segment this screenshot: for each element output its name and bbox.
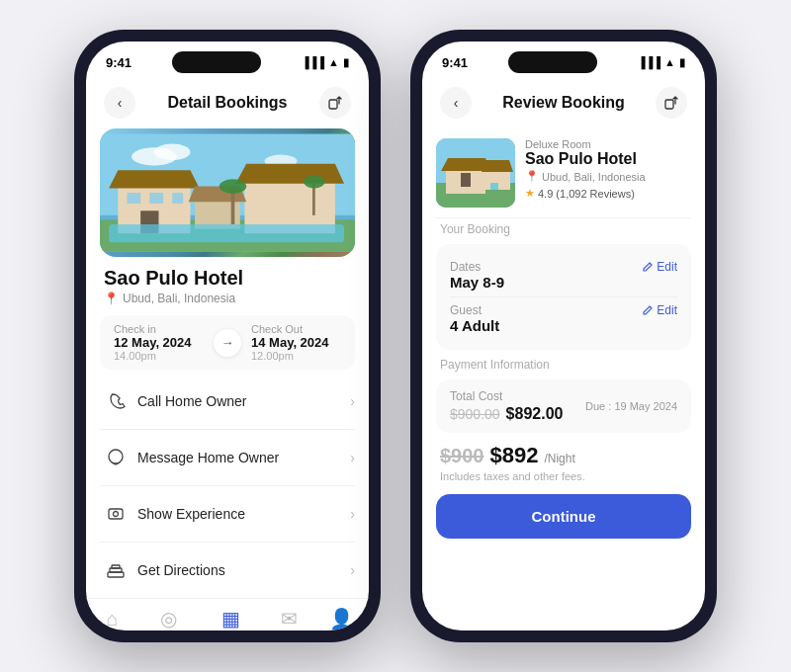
header-1: ‹ Detail Bookings bbox=[86, 77, 369, 128]
hotel-info-1: Sao Pulo Hotel 📍 Ubud, Bali, Indonesia bbox=[86, 257, 369, 311]
directions-icon bbox=[100, 554, 132, 586]
booking-thumbnail bbox=[436, 138, 515, 208]
inbox-icon: ✉ bbox=[281, 607, 298, 630]
payment-info-label: Payment Information bbox=[422, 354, 705, 376]
bottom-nav-1: ⌂ Home ◎ Explore ▦ Bookings ✉ Inbox 👤 Pr… bbox=[86, 598, 369, 630]
wifi-icon: ▲ bbox=[328, 56, 339, 68]
experience-icon bbox=[100, 498, 132, 530]
price-big-old: $900 bbox=[440, 445, 484, 467]
nav-bookings[interactable]: ▦ Bookings bbox=[211, 607, 251, 630]
chevron-icon-2: › bbox=[350, 450, 355, 465]
svg-marker-35 bbox=[482, 160, 513, 172]
bookings-icon: ▦ bbox=[221, 607, 240, 630]
location-pin-icon-2: 📍 bbox=[525, 170, 539, 183]
svg-rect-0 bbox=[329, 100, 337, 109]
phone-icon bbox=[100, 385, 132, 417]
booking-info-card: Dates May 8-9 Edit Guest 4 Adult bbox=[436, 244, 691, 350]
hotel-image-1 bbox=[100, 128, 355, 257]
svg-rect-33 bbox=[461, 173, 471, 187]
nav-explore[interactable]: ◎ Explore bbox=[151, 607, 185, 630]
hotel-name-2: Sao Pulo Hotel bbox=[525, 150, 691, 168]
phone-2: 9:41 ▐▐▐ ▲ ▮ ‹ Review Booking bbox=[410, 30, 717, 642]
nav-home[interactable]: ⌂ Home bbox=[99, 608, 126, 631]
battery-icon: ▮ bbox=[343, 56, 349, 69]
time-2: 9:41 bbox=[442, 55, 468, 70]
signal-icon-2: ▐▐▐ bbox=[638, 56, 660, 68]
hotel-location-2: 📍 Ubud, Bali, Indonesia bbox=[525, 170, 691, 183]
guest-label: Guest bbox=[450, 303, 499, 317]
status-bar-1: 9:41 ▐▐▐ ▲ ▮ bbox=[86, 42, 369, 77]
directions-label: Get Directions bbox=[137, 562, 350, 578]
dates-edit-button[interactable]: Edit bbox=[642, 260, 677, 274]
checkin-checkout-row: Check in 12 May, 2024 14.00pm → Check Ou… bbox=[100, 315, 355, 370]
experience-label: Show Experience bbox=[137, 506, 350, 522]
dynamic-island-1 bbox=[172, 51, 261, 73]
nav-inbox[interactable]: ✉ Inbox bbox=[278, 607, 302, 630]
svg-point-21 bbox=[304, 176, 325, 189]
dates-row: Dates May 8-9 Edit bbox=[450, 254, 677, 296]
payment-card: Total Cost $900.00 $892.00 Due : 19 May … bbox=[436, 379, 691, 433]
menu-list: Call Home Owner › Message Home Owner › bbox=[86, 374, 369, 598]
guest-edit-button[interactable]: Edit bbox=[642, 303, 677, 317]
svg-marker-14 bbox=[235, 164, 344, 184]
share-button-2[interactable] bbox=[656, 87, 687, 119]
price-note: Includes taxes and other fees. bbox=[440, 470, 687, 482]
message-icon bbox=[100, 442, 132, 473]
call-owner-label: Call Home Owner bbox=[137, 393, 350, 409]
dates-value: May 8-9 bbox=[450, 274, 504, 291]
price-bottom: $900 $892 /Night Includes taxes and othe… bbox=[422, 437, 705, 488]
time-1: 9:41 bbox=[106, 55, 132, 70]
svg-rect-27 bbox=[112, 565, 120, 568]
home-icon: ⌂ bbox=[106, 608, 118, 630]
message-home-owner-item[interactable]: Message Home Owner › bbox=[100, 430, 355, 486]
page-title-2: Review Booking bbox=[502, 94, 625, 112]
dynamic-island-2 bbox=[508, 51, 597, 73]
svg-rect-25 bbox=[108, 572, 124, 577]
checkin-block: Check in 12 May, 2024 14.00pm bbox=[114, 323, 204, 362]
total-label: Total Cost bbox=[450, 389, 563, 403]
chevron-icon-1: › bbox=[350, 393, 355, 409]
svg-point-24 bbox=[114, 512, 119, 517]
signal-icon: ▐▐▐ bbox=[302, 56, 324, 68]
share-button-1[interactable] bbox=[319, 87, 351, 119]
battery-icon-2: ▮ bbox=[679, 56, 685, 69]
hotel-location-1: 📍 Ubud, Bali, Indonesia bbox=[104, 292, 351, 305]
back-button-2[interactable]: ‹ bbox=[440, 87, 472, 119]
due-date: Due : 19 May 2024 bbox=[585, 400, 677, 412]
hotel-name-1: Sao Pulo Hotel bbox=[104, 267, 351, 290]
get-directions-item[interactable]: Get Directions › bbox=[100, 543, 355, 598]
show-experience-item[interactable]: Show Experience › bbox=[100, 486, 355, 543]
svg-rect-28 bbox=[665, 100, 673, 109]
location-pin-icon: 📍 bbox=[104, 292, 119, 305]
svg-point-3 bbox=[154, 144, 191, 160]
svg-rect-18 bbox=[231, 188, 235, 224]
message-owner-label: Message Home Owner bbox=[137, 450, 350, 465]
chevron-icon-4: › bbox=[350, 562, 355, 578]
new-price: $892.00 bbox=[506, 405, 564, 423]
your-booking-label: Your Booking bbox=[422, 218, 705, 240]
room-type-label: Deluxe Room bbox=[525, 138, 691, 150]
svg-rect-17 bbox=[109, 224, 344, 242]
continue-button[interactable]: Continue bbox=[436, 494, 691, 539]
booking-details: Deluxe Room Sao Pulo Hotel 📍 Ubud, Bali,… bbox=[525, 138, 691, 200]
price-big-new: $892 bbox=[490, 443, 539, 468]
back-button-1[interactable]: ‹ bbox=[104, 87, 135, 119]
svg-rect-20 bbox=[312, 184, 315, 215]
profile-icon: 👤 bbox=[329, 607, 354, 630]
dates-label: Dates bbox=[450, 260, 504, 274]
guest-row: Guest 4 Adult Edit bbox=[450, 296, 677, 340]
price-big-row: $900 $892 /Night bbox=[440, 443, 687, 468]
per-night-label: /Night bbox=[544, 452, 574, 465]
svg-rect-36 bbox=[490, 183, 498, 190]
old-price: $900.00 bbox=[450, 406, 500, 422]
svg-point-19 bbox=[220, 179, 246, 194]
star-icon: ★ bbox=[525, 187, 535, 200]
nav-profile[interactable]: 👤 Profile bbox=[327, 607, 355, 630]
header-2: ‹ Review Booking bbox=[422, 77, 705, 128]
phone-1: 9:41 ▐▐▐ ▲ ▮ ‹ Detail Bookings bbox=[74, 30, 381, 642]
price-row: $900.00 $892.00 bbox=[450, 405, 563, 423]
call-home-owner-item[interactable]: Call Home Owner › bbox=[100, 374, 355, 430]
svg-rect-23 bbox=[109, 509, 123, 519]
svg-rect-11 bbox=[172, 193, 183, 204]
arrow-right-icon: → bbox=[214, 329, 241, 357]
